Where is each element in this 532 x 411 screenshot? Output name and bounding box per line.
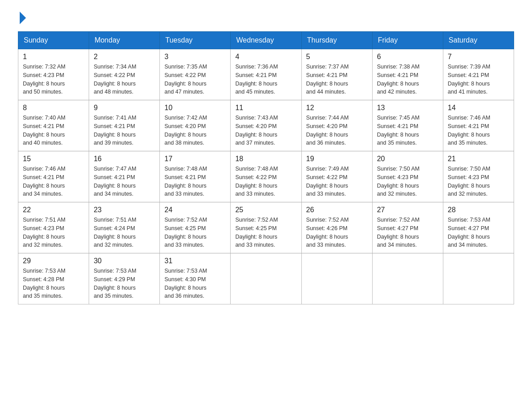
day-number: 6	[377, 53, 438, 61]
calendar-cell: 7Sunrise: 7:39 AMSunset: 4:21 PMDaylight…	[443, 49, 514, 100]
weekday-header-monday: Monday	[89, 32, 160, 49]
day-info: Sunrise: 7:40 AMSunset: 4:21 PMDaylight:…	[23, 114, 84, 147]
day-number: 18	[235, 155, 296, 163]
day-info: Sunrise: 7:37 AMSunset: 4:21 PMDaylight:…	[306, 63, 368, 96]
day-number: 1	[23, 53, 84, 61]
day-info: Sunrise: 7:47 AMSunset: 4:21 PMDaylight:…	[94, 165, 155, 198]
calendar-cell: 4Sunrise: 7:36 AMSunset: 4:21 PMDaylight…	[231, 49, 301, 100]
day-info: Sunrise: 7:50 AMSunset: 4:23 PMDaylight:…	[448, 165, 509, 198]
weekday-header-wednesday: Wednesday	[231, 32, 301, 49]
calendar-cell: 12Sunrise: 7:44 AMSunset: 4:20 PMDayligh…	[301, 100, 372, 151]
day-number: 7	[448, 53, 509, 61]
calendar-cell: 3Sunrise: 7:35 AMSunset: 4:22 PMDaylight…	[160, 49, 231, 100]
day-number: 10	[164, 104, 226, 112]
day-info: Sunrise: 7:52 AMSunset: 4:27 PMDaylight:…	[377, 216, 438, 249]
calendar-cell: 11Sunrise: 7:43 AMSunset: 4:20 PMDayligh…	[231, 100, 301, 151]
day-info: Sunrise: 7:53 AMSunset: 4:28 PMDaylight:…	[23, 267, 84, 300]
day-number: 14	[448, 104, 509, 112]
calendar-cell: 27Sunrise: 7:52 AMSunset: 4:27 PMDayligh…	[372, 202, 443, 253]
calendar-header-row: SundayMondayTuesdayWednesdayThursdayFrid…	[18, 32, 514, 49]
logo	[18, 13, 27, 22]
calendar-cell: 30Sunrise: 7:53 AMSunset: 4:29 PMDayligh…	[89, 253, 160, 304]
day-info: Sunrise: 7:34 AMSunset: 4:22 PMDaylight:…	[94, 63, 155, 96]
day-info: Sunrise: 7:39 AMSunset: 4:21 PMDaylight:…	[448, 63, 509, 96]
day-number: 15	[23, 155, 84, 163]
day-info: Sunrise: 7:32 AMSunset: 4:23 PMDaylight:…	[23, 63, 84, 96]
day-number: 4	[235, 53, 296, 61]
calendar-cell: 31Sunrise: 7:53 AMSunset: 4:30 PMDayligh…	[160, 253, 231, 304]
day-number: 21	[448, 155, 509, 163]
weekday-header-tuesday: Tuesday	[160, 32, 231, 49]
day-number: 22	[23, 206, 84, 214]
day-info: Sunrise: 7:35 AMSunset: 4:22 PMDaylight:…	[164, 63, 226, 96]
calendar-cell: 21Sunrise: 7:50 AMSunset: 4:23 PMDayligh…	[443, 151, 514, 202]
calendar-week-row: 15Sunrise: 7:46 AMSunset: 4:21 PMDayligh…	[18, 151, 514, 202]
day-number: 24	[164, 206, 226, 214]
calendar-cell	[231, 253, 301, 304]
day-info: Sunrise: 7:48 AMSunset: 4:21 PMDaylight:…	[164, 165, 226, 198]
day-number: 25	[235, 206, 296, 214]
weekday-header-thursday: Thursday	[301, 32, 372, 49]
day-number: 8	[23, 104, 84, 112]
calendar-cell: 19Sunrise: 7:49 AMSunset: 4:22 PMDayligh…	[301, 151, 372, 202]
day-number: 13	[377, 104, 438, 112]
day-info: Sunrise: 7:53 AMSunset: 4:30 PMDaylight:…	[164, 267, 226, 300]
day-number: 31	[164, 257, 226, 265]
calendar-cell: 16Sunrise: 7:47 AMSunset: 4:21 PMDayligh…	[89, 151, 160, 202]
day-info: Sunrise: 7:38 AMSunset: 4:21 PMDaylight:…	[377, 63, 438, 96]
day-info: Sunrise: 7:53 AMSunset: 4:27 PMDaylight:…	[448, 216, 509, 249]
day-number: 23	[94, 206, 155, 214]
day-number: 11	[235, 104, 296, 112]
calendar-cell: 23Sunrise: 7:51 AMSunset: 4:24 PMDayligh…	[89, 202, 160, 253]
day-number: 28	[448, 206, 509, 214]
day-number: 29	[23, 257, 84, 265]
day-info: Sunrise: 7:41 AMSunset: 4:21 PMDaylight:…	[94, 114, 155, 147]
day-info: Sunrise: 7:42 AMSunset: 4:20 PMDaylight:…	[164, 114, 226, 147]
calendar-cell: 5Sunrise: 7:37 AMSunset: 4:21 PMDaylight…	[301, 49, 372, 100]
day-info: Sunrise: 7:52 AMSunset: 4:25 PMDaylight:…	[164, 216, 226, 249]
calendar-cell	[372, 253, 443, 304]
calendar-week-row: 1Sunrise: 7:32 AMSunset: 4:23 PMDaylight…	[18, 49, 514, 100]
calendar-cell: 9Sunrise: 7:41 AMSunset: 4:21 PMDaylight…	[89, 100, 160, 151]
calendar-cell: 10Sunrise: 7:42 AMSunset: 4:20 PMDayligh…	[160, 100, 231, 151]
day-number: 20	[377, 155, 438, 163]
day-info: Sunrise: 7:53 AMSunset: 4:29 PMDaylight:…	[94, 267, 155, 300]
day-info: Sunrise: 7:49 AMSunset: 4:22 PMDaylight:…	[306, 165, 368, 198]
day-info: Sunrise: 7:45 AMSunset: 4:21 PMDaylight:…	[377, 114, 438, 147]
day-number: 30	[94, 257, 155, 265]
calendar-cell: 24Sunrise: 7:52 AMSunset: 4:25 PMDayligh…	[160, 202, 231, 253]
day-info: Sunrise: 7:43 AMSunset: 4:20 PMDaylight:…	[235, 114, 296, 147]
day-info: Sunrise: 7:36 AMSunset: 4:21 PMDaylight:…	[235, 63, 296, 96]
calendar-table: SundayMondayTuesdayWednesdayThursdayFrid…	[18, 31, 514, 304]
calendar-week-row: 29Sunrise: 7:53 AMSunset: 4:28 PMDayligh…	[18, 253, 514, 304]
day-info: Sunrise: 7:46 AMSunset: 4:21 PMDaylight:…	[448, 114, 509, 147]
day-info: Sunrise: 7:50 AMSunset: 4:23 PMDaylight:…	[377, 165, 438, 198]
day-info: Sunrise: 7:51 AMSunset: 4:23 PMDaylight:…	[23, 216, 84, 249]
day-number: 16	[94, 155, 155, 163]
calendar-cell	[443, 253, 514, 304]
calendar-cell: 6Sunrise: 7:38 AMSunset: 4:21 PMDaylight…	[372, 49, 443, 100]
calendar-cell: 1Sunrise: 7:32 AMSunset: 4:23 PMDaylight…	[18, 49, 89, 100]
day-info: Sunrise: 7:52 AMSunset: 4:26 PMDaylight:…	[306, 216, 368, 249]
calendar-week-row: 22Sunrise: 7:51 AMSunset: 4:23 PMDayligh…	[18, 202, 514, 253]
calendar-cell: 25Sunrise: 7:52 AMSunset: 4:25 PMDayligh…	[231, 202, 301, 253]
calendar-cell: 14Sunrise: 7:46 AMSunset: 4:21 PMDayligh…	[443, 100, 514, 151]
calendar-cell: 28Sunrise: 7:53 AMSunset: 4:27 PMDayligh…	[443, 202, 514, 253]
weekday-header-friday: Friday	[372, 32, 443, 49]
calendar-cell: 29Sunrise: 7:53 AMSunset: 4:28 PMDayligh…	[18, 253, 89, 304]
day-number: 3	[164, 53, 226, 61]
weekday-header-saturday: Saturday	[443, 32, 514, 49]
calendar-cell: 2Sunrise: 7:34 AMSunset: 4:22 PMDaylight…	[89, 49, 160, 100]
weekday-header-sunday: Sunday	[18, 32, 89, 49]
day-number: 2	[94, 53, 155, 61]
day-info: Sunrise: 7:44 AMSunset: 4:20 PMDaylight:…	[306, 114, 368, 147]
day-info: Sunrise: 7:46 AMSunset: 4:21 PMDaylight:…	[23, 165, 84, 198]
logo-triangle-icon	[20, 12, 26, 24]
day-number: 27	[377, 206, 438, 214]
calendar-cell: 22Sunrise: 7:51 AMSunset: 4:23 PMDayligh…	[18, 202, 89, 253]
day-info: Sunrise: 7:48 AMSunset: 4:22 PMDaylight:…	[235, 165, 296, 198]
day-number: 26	[306, 206, 368, 214]
calendar-cell: 13Sunrise: 7:45 AMSunset: 4:21 PMDayligh…	[372, 100, 443, 151]
day-info: Sunrise: 7:52 AMSunset: 4:25 PMDaylight:…	[235, 216, 296, 249]
day-number: 9	[94, 104, 155, 112]
